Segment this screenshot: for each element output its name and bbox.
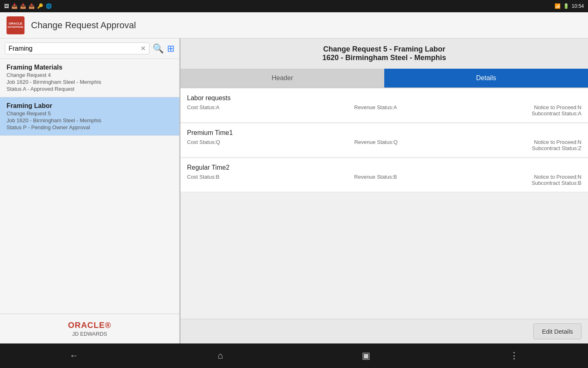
icon-download1: 📥 — [11, 3, 18, 9]
list-item-framing-materials[interactable]: Framing Materials Change Request 4 Job 1… — [0, 59, 179, 97]
status-left-icons: 🖼 📥 📥 📥 🔑 🌐 — [4, 3, 52, 9]
content-title-main: Change Request 5 - Framing Labor — [187, 45, 581, 54]
status-bar: 🖼 📥 📥 📥 🔑 🌐 📶 🔋 10:54 — [0, 0, 588, 12]
jde-brand-name: JD EDWARDS — [7, 331, 173, 337]
content-header: Change Request 5 - Framing Labor 1620 - … — [180, 38, 588, 69]
recents-button[interactable]: ▣ — [362, 350, 370, 361]
more-button[interactable]: ⋮ — [510, 350, 519, 361]
revenue-status-3: Revenue Status:B — [354, 174, 397, 186]
notice-status-2: Notice to Proceed:N — [532, 139, 581, 145]
content-title-sub: 1620 - Birmingham Steel - Memphis — [187, 54, 581, 62]
list-item-title-2: Framing Labor — [7, 102, 173, 110]
search-bar: ✕ 🔍 ⊞ — [0, 38, 179, 59]
cost-status-3: Cost Status:B — [187, 174, 219, 186]
app-title: Change Request Approval — [31, 20, 136, 31]
cost-status-2: Cost Status:Q — [187, 139, 220, 151]
revenue-status-1: Revenue Status:A — [354, 104, 397, 117]
subcontract-status-3: Subcontract Status:B — [532, 180, 581, 186]
icon-download3: 📥 — [29, 3, 35, 9]
notice-status-1: Notice to Proceed:N — [532, 104, 581, 110]
detail-row-title-2: Premium Time1 — [187, 129, 581, 137]
notice-status-3: Notice to Proceed:N — [532, 174, 581, 180]
icon-wifi: 📶 — [555, 3, 561, 9]
detail-row-regular-time[interactable]: Regular Time2 Cost Status:B Revenue Stat… — [180, 158, 588, 192]
logo-line1: ORACLE — [8, 22, 23, 26]
list-item-sub3-1: Status A - Approved Request — [7, 86, 173, 92]
detail-row-premium-time[interactable]: Premium Time1 Cost Status:Q Revenue Stat… — [180, 123, 588, 157]
detail-row-statuses-3: Cost Status:B Revenue Status:B Notice to… — [187, 174, 581, 186]
nav-bar: ← ⌂ ▣ ⋮ — [0, 343, 588, 368]
oracle-branding: ORACLE® JD EDWARDS — [0, 314, 179, 343]
oracle-brand-name: ORACLE® — [7, 321, 173, 330]
icon-web: 🌐 — [46, 3, 52, 9]
icon-download2: 📥 — [20, 3, 26, 9]
back-button[interactable]: ← — [69, 350, 78, 361]
list-item-sub2-2: Job 1620 - Birmingham Steel - Memphis — [7, 117, 173, 123]
icon-key: 🔑 — [37, 3, 43, 9]
cost-status-1: Cost Status:A — [187, 104, 219, 117]
app-bar: ORACLE ENTERPRISE Change Request Approva… — [0, 12, 588, 38]
revenue-status-2: Revenue Status:Q — [354, 139, 398, 151]
list-item-sub1-2: Change Request 5 — [7, 110, 173, 117]
clear-button[interactable]: ✕ — [140, 45, 146, 52]
list-item-sub2-1: Job 1620 - Birmingham Steel - Memphis — [7, 79, 173, 85]
list-item-framing-labor[interactable]: Framing Labor Change Request 5 Job 1620 … — [0, 97, 179, 136]
sidebar: ✕ 🔍 ⊞ Framing Materials Change Request 4… — [0, 38, 180, 343]
status-time: 10:54 — [572, 3, 584, 9]
content-area: Change Request 5 - Framing Labor 1620 - … — [180, 38, 588, 343]
detail-list: Labor requests Cost Status:A Revenue Sta… — [180, 88, 588, 319]
detail-row-labor-requests[interactable]: Labor requests Cost Status:A Revenue Sta… — [180, 89, 588, 123]
status-right-icons: 📶 🔋 10:54 — [555, 3, 584, 9]
icon-photo: 🖼 — [4, 3, 9, 9]
oracle-logo: ORACLE ENTERPRISE — [7, 16, 24, 34]
filter-button[interactable]: ⊞ — [167, 43, 174, 54]
tab-header[interactable]: Header — [180, 69, 384, 88]
logo-line2: ENTERPRISE — [8, 26, 23, 29]
detail-row-title-3: Regular Time2 — [187, 164, 581, 171]
subcontract-status-1: Subcontract Status:A — [532, 110, 581, 117]
tab-details[interactable]: Details — [384, 69, 588, 88]
edit-details-button[interactable]: Edit Details — [533, 323, 581, 339]
search-input[interactable] — [9, 45, 140, 52]
detail-row-statuses-2: Cost Status:Q Revenue Status:Q Notice to… — [187, 139, 581, 151]
main-layout: ✕ 🔍 ⊞ Framing Materials Change Request 4… — [0, 38, 588, 343]
bottom-bar: Edit Details — [180, 319, 588, 343]
search-input-wrapper: ✕ — [5, 43, 149, 54]
list-container: Framing Materials Change Request 4 Job 1… — [0, 59, 179, 314]
tabs: Header Details — [180, 69, 588, 88]
list-item-sub1-1: Change Request 4 — [7, 72, 173, 78]
home-button[interactable]: ⌂ — [218, 350, 223, 361]
list-item-sub3-2: Status P - Pending Owner Approval — [7, 124, 173, 130]
search-button[interactable]: 🔍 — [153, 43, 164, 54]
detail-row-title-1: Labor requests — [187, 94, 581, 102]
list-item-title-1: Framing Materials — [7, 64, 173, 71]
detail-row-statuses-1: Cost Status:A Revenue Status:A Notice to… — [187, 104, 581, 117]
subcontract-status-2: Subcontract Status:Z — [532, 145, 581, 151]
icon-battery: 🔋 — [563, 3, 569, 9]
